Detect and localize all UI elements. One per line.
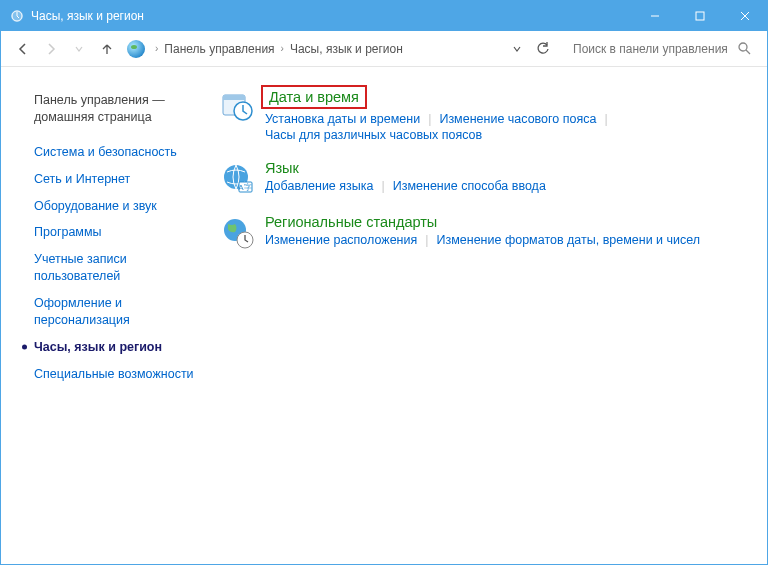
link-additional-clocks[interactable]: Часы для различных часовых поясов <box>265 128 482 142</box>
up-button[interactable] <box>95 37 119 61</box>
search-box[interactable] <box>567 37 757 61</box>
search-input[interactable] <box>573 42 733 56</box>
sidebar-item-network[interactable]: Сеть и Интернет <box>21 166 201 193</box>
globe-language-icon: A字 <box>221 162 255 196</box>
clock-icon <box>221 89 255 123</box>
sidebar-item-hardware[interactable]: Оборудование и звук <box>21 193 201 220</box>
control-panel-icon <box>127 40 145 58</box>
svg-point-6 <box>739 43 747 51</box>
forward-button[interactable] <box>39 37 63 61</box>
sidebar-item-appearance[interactable]: Оформление и персонализация <box>21 290 201 334</box>
sidebar-item-programs[interactable]: Программы <box>21 219 201 246</box>
link-change-location[interactable]: Изменение расположения <box>265 233 417 247</box>
breadcrumb-current[interactable]: Часы, язык и регион <box>290 42 403 56</box>
sidebar-item-system[interactable]: Система и безопасность <box>21 139 201 166</box>
titlebar: Часы, язык и регион <box>1 1 767 31</box>
link-set-datetime[interactable]: Установка даты и времени <box>265 112 420 126</box>
back-button[interactable] <box>11 37 35 61</box>
link-change-input[interactable]: Изменение способа ввода <box>393 179 546 193</box>
recent-dropdown[interactable] <box>67 37 91 61</box>
refresh-button[interactable] <box>531 42 555 56</box>
globe-clock-icon <box>221 216 255 250</box>
link-change-timezone[interactable]: Изменение часового пояса <box>439 112 596 126</box>
search-icon <box>738 42 751 55</box>
svg-line-7 <box>746 50 750 54</box>
app-icon <box>9 8 25 24</box>
sidebar: Панель управления — домашняя страница Си… <box>21 87 201 554</box>
category-title-region[interactable]: Региональные стандарты <box>265 214 437 230</box>
chevron-right-icon: › <box>279 43 286 54</box>
maximize-button[interactable] <box>677 1 722 31</box>
category-language: A字 Язык Добавление языка | Изменение спо… <box>221 160 757 196</box>
category-title-language[interactable]: Язык <box>265 160 299 176</box>
svg-rect-9 <box>223 95 245 100</box>
main-content: Дата и время Установка даты и времени | … <box>201 87 757 554</box>
sidebar-item-accounts[interactable]: Учетные записи пользователей <box>21 246 201 290</box>
sidebar-item-clock[interactable]: Часы, язык и регион <box>21 334 201 361</box>
category-datetime: Дата и время Установка даты и времени | … <box>221 87 757 142</box>
sidebar-home[interactable]: Панель управления — домашняя страница <box>21 87 201 131</box>
breadcrumb-root[interactable]: Панель управления <box>164 42 274 56</box>
link-add-language[interactable]: Добавление языка <box>265 179 373 193</box>
path-dropdown[interactable] <box>507 44 527 54</box>
minimize-button[interactable] <box>632 1 677 31</box>
window-title: Часы, язык и регион <box>31 9 144 23</box>
svg-rect-3 <box>696 12 704 20</box>
navbar: › Панель управления › Часы, язык и регио… <box>1 31 767 67</box>
svg-text:A字: A字 <box>238 183 251 192</box>
breadcrumb[interactable]: Панель управления › Часы, язык и регион <box>164 42 527 56</box>
category-title-datetime[interactable]: Дата и время <box>261 85 367 109</box>
close-button[interactable] <box>722 1 767 31</box>
sidebar-item-accessibility[interactable]: Специальные возможности <box>21 361 201 388</box>
category-region: Региональные стандарты Изменение располо… <box>221 214 757 250</box>
chevron-right-icon: › <box>153 43 160 54</box>
link-change-formats[interactable]: Изменение форматов даты, времени и чисел <box>437 233 701 247</box>
